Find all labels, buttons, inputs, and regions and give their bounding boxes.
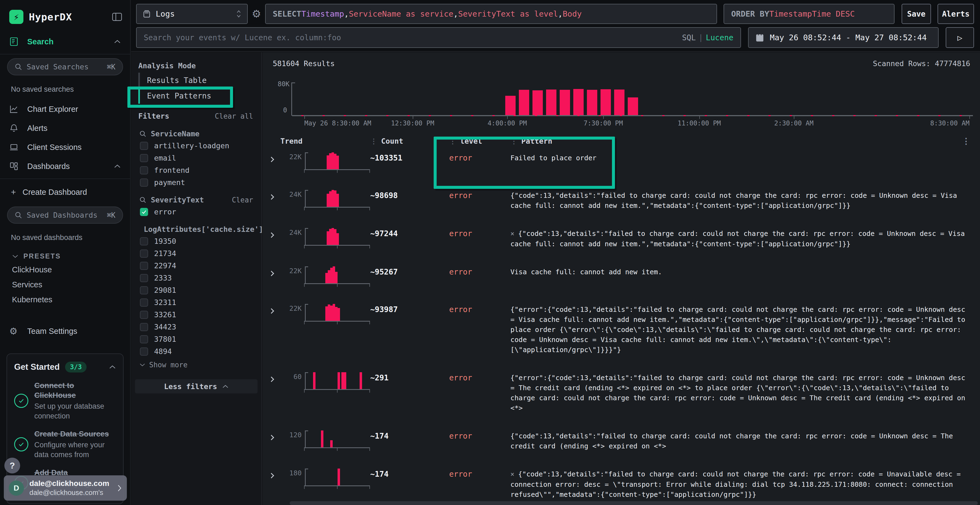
expand-row-button[interactable] [267,372,280,382]
filter-option[interactable]: 21734 [131,247,261,260]
sidebar-item-team-settings[interactable]: ⚙ Team Settings [0,321,130,341]
filter-option[interactable]: 29081 [131,284,261,296]
chevron-up-icon[interactable] [114,40,121,44]
chevron-down-icon [12,254,19,259]
order-by-input[interactable]: ORDER BY TimestampTime DESC [724,4,894,24]
source-settings-gear-icon[interactable]: ⚙ [248,4,265,24]
sidebar-item-alerts[interactable]: Alerts [0,119,130,138]
pattern-text[interactable]: ×{"code":13,"details":"failed to charge … [511,430,970,451]
get-started-item[interactable]: Create Data Sources Configure where your… [14,429,116,460]
expand-row-button[interactable] [267,152,280,162]
user-menu[interactable]: D dale@clickhouse.com dale@clickhouse.co… [4,475,127,501]
chevron-up-icon[interactable] [109,365,116,369]
pattern-row[interactable]: 60 ~291 error ×{"error":{"code":13,"deta… [262,366,980,424]
sidebar-item-dashboards[interactable]: Dashboards [0,157,130,176]
pattern-row[interactable]: 24K ~98698 error ×{"code":13,"details":"… [262,183,980,221]
expand-row-button[interactable] [267,304,280,314]
checkbox [140,335,148,343]
pattern-row[interactable]: 22K ~103351 error ×Failed to place order [262,146,980,183]
time-range-value: May 26 08:52:44 - May 27 08:52:44 [770,33,927,42]
search-icon[interactable] [139,130,146,137]
clear-all-filters-button[interactable]: Clear all [215,112,253,120]
pattern-row[interactable]: 180 ~174 error ×{"code":13,"details":"fa… [262,462,980,505]
expand-row-button[interactable] [267,266,280,276]
filter-option[interactable]: artillery-loadgen [131,140,261,152]
filter-option[interactable]: error [131,206,261,218]
pattern-count: ~174 [370,430,449,440]
results-histogram[interactable]: 80K 0 May 26 8:30:00 AM12:30:00 PM4:00:0… [273,70,975,127]
filter-option[interactable]: 37801 [131,333,261,345]
saved-searches-input[interactable]: Saved Searches ⌘K [7,58,123,75]
filter-option[interactable]: 33261 [131,308,261,321]
select-query-input[interactable]: SELECT Timestamp, ServiceName as service… [265,4,717,24]
checkbox [140,178,148,187]
save-button[interactable]: Save [902,4,931,24]
horizontal-scrollbar[interactable] [290,501,978,505]
filter-group-severitytext: SeverityText Clear [131,189,261,206]
sidebar-item-chart-explorer[interactable]: Chart Explorer [0,100,130,119]
help-button[interactable]: ? [4,458,20,473]
expand-row-button[interactable] [267,190,280,200]
time-range-picker[interactable]: May 26 08:52:44 - May 27 08:52:44 [748,27,939,48]
pattern-text[interactable]: ×Visa cache full: cannot add new item. [511,266,970,277]
filter-option[interactable]: email [131,152,261,164]
trend-sparkline: 60 [280,372,370,392]
presets-toggle[interactable]: PRESETS [0,248,130,262]
pattern-row[interactable]: 24K ~97244 error ×{"code":13,"details":"… [262,221,980,260]
filter-option[interactable]: 34423 [131,321,261,333]
table-options-kebab-icon[interactable]: ⋮ [962,136,970,146]
pattern-text[interactable]: ×{"code":13,"details":"failed to charge … [511,468,970,500]
expand-row-button[interactable] [267,228,280,238]
pattern-row[interactable]: 22K ~93987 error ×{"error":{"code":13,"d… [262,297,980,366]
pattern-text[interactable]: ×{"error":{"code":13,"details":"failed t… [511,304,970,355]
pattern-text[interactable]: ×{"code":13,"details":"failed to charge … [511,228,970,249]
saved-dashboards-input[interactable]: Saved Dashboards ⌘K [7,206,123,224]
search-icon [15,63,22,71]
lucene-mode-toggle[interactable]: Lucene [706,33,733,42]
divider [0,178,130,179]
column-header-trend[interactable]: Trend [280,137,370,145]
checkbox [140,249,148,258]
filter-option[interactable]: payment [131,176,261,189]
filter-option[interactable]: 2333 [131,272,261,284]
pattern-text[interactable]: ×{"error":{"code":13,"details":"failed t… [511,372,970,413]
drag-handle-icon[interactable]: ⋮ [370,137,377,145]
create-dashboard-button[interactable]: + Create Dashboard [0,182,130,203]
filter-option[interactable]: 4894 [131,345,261,357]
alerts-button[interactable]: Alerts [937,4,974,24]
less-filters-button[interactable]: Less filters [135,379,258,394]
mode-results-table[interactable]: Results Table [138,73,261,88]
pattern-row[interactable]: 22K ~95267 error ×Visa cache full: canno… [262,260,980,297]
get-started-item[interactable]: Connect to ClickHouse Set up your databa… [14,381,116,421]
sidebar-item-client-sessions[interactable]: Client Sessions [0,138,130,157]
expand-row-button[interactable] [267,468,280,479]
source-selector-value: Logs [156,9,175,19]
search-icon[interactable] [139,197,146,203]
pattern-count: ~95267 [370,266,449,276]
preset-dashboard-link[interactable]: Kubernetes [0,292,130,307]
run-query-button[interactable]: ▷ [946,27,974,48]
show-more-button[interactable]: Show more [131,357,261,372]
shortcut-badge: ⌘K [107,211,115,219]
preset-dashboard-link[interactable]: ClickHouse [0,262,130,277]
pattern-row[interactable]: 120 ~174 error ×{"code":13,"details":"fa… [262,424,980,462]
check-circle-icon [14,437,28,451]
sidebar-item-search[interactable]: Search [0,32,130,51]
pattern-text[interactable]: ×{"code":13,"details":"failed to charge … [511,190,970,211]
clear-group-button[interactable]: Clear [232,196,253,204]
preset-dashboard-link[interactable]: Services [0,277,130,292]
checkbox [140,348,148,356]
filter-option[interactable]: 19350 [131,235,261,247]
shortcut-badge: ⌘K [107,63,115,71]
app-title: HyperDX [29,11,72,22]
filter-option[interactable]: 32311 [131,296,261,308]
search-input[interactable]: Search your events w/ Lucene ex. column:… [136,27,741,48]
chevron-up-icon[interactable] [114,164,121,168]
expand-row-button[interactable] [267,430,280,440]
filter-option[interactable]: frontend [131,164,261,176]
annotation-box-level-pattern [434,137,615,189]
sidebar-collapse-icon[interactable] [112,13,122,21]
sql-mode-toggle[interactable]: SQL [682,33,696,42]
filter-option[interactable]: 22974 [131,260,261,272]
source-selector[interactable]: Logs [136,4,248,24]
